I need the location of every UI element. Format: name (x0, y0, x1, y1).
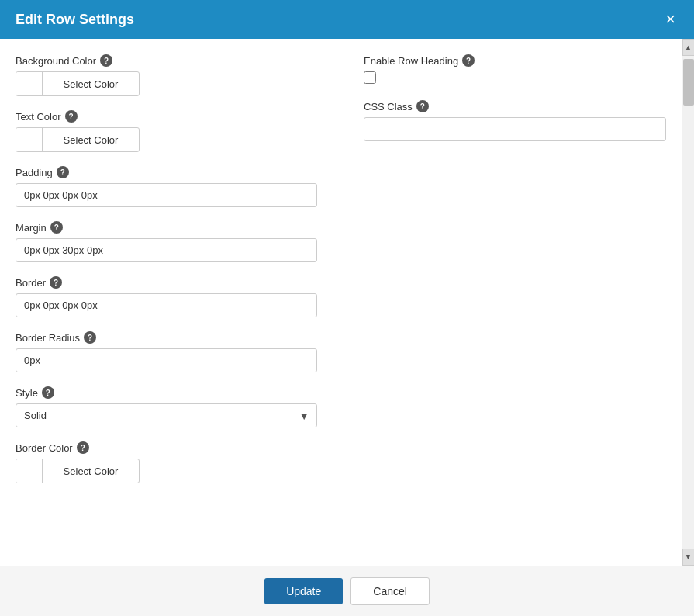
border-radius-group: Border Radius ? (16, 331, 317, 372)
style-select-wrapper: Solid Dashed Dotted Double None ▼ (16, 403, 317, 427)
left-column: Background Color ? Select Color Text Col… (16, 54, 340, 550)
scroll-up-button[interactable]: ▲ (682, 39, 695, 56)
border-radius-input[interactable] (16, 348, 317, 372)
text-color-label: Text Color ? (16, 110, 317, 123)
border-help-icon[interactable]: ? (50, 276, 62, 289)
padding-input[interactable] (16, 183, 317, 207)
text-color-group: Text Color ? Select Color (16, 110, 317, 152)
border-color-help-icon[interactable]: ? (77, 441, 89, 454)
border-color-btn-label: Select Color (43, 462, 139, 481)
background-color-btn-label: Select Color (43, 74, 139, 94)
background-color-label: Background Color ? (16, 54, 317, 67)
border-radius-help-icon[interactable]: ? (84, 331, 96, 344)
text-color-swatch (16, 128, 43, 151)
border-input[interactable] (16, 293, 317, 317)
scrollbar: ▲ ▼ (682, 39, 694, 566)
style-help-icon[interactable]: ? (42, 386, 54, 399)
background-color-group: Background Color ? Select Color (16, 54, 317, 96)
css-class-input[interactable] (364, 117, 666, 141)
style-select[interactable]: Solid Dashed Dotted Double None (16, 403, 317, 427)
margin-input[interactable] (16, 238, 317, 262)
border-group: Border ? (16, 276, 317, 317)
text-color-picker[interactable]: Select Color (16, 127, 140, 152)
enable-row-heading-label: Enable Row Heading ? (364, 54, 666, 67)
scrollable-area: Background Color ? Select Color Text Col… (0, 39, 694, 566)
modal-header: Edit Row Settings × (0, 0, 694, 39)
padding-help-icon[interactable]: ? (57, 166, 69, 178)
border-color-group: Border Color ? Select Color (16, 441, 317, 483)
update-button[interactable]: Update (264, 578, 343, 604)
border-radius-label: Border Radius ? (16, 331, 317, 344)
margin-help-icon[interactable]: ? (50, 221, 63, 234)
background-color-swatch (16, 72, 43, 95)
margin-label: Margin ? (16, 221, 317, 234)
border-color-swatch (16, 459, 43, 483)
edit-row-settings-modal: Edit Row Settings × Background Color ? S… (0, 0, 694, 616)
style-group: Style ? Solid Dashed Dotted Double None … (16, 386, 317, 427)
scroll-thumb[interactable] (683, 59, 694, 106)
modal-close-button[interactable]: × (662, 11, 678, 28)
margin-group: Margin ? (16, 221, 317, 262)
style-label: Style ? (16, 386, 317, 399)
css-class-help-icon[interactable]: ? (416, 100, 429, 112)
background-color-help-icon[interactable]: ? (100, 54, 112, 67)
css-class-label: CSS Class ? (364, 100, 666, 112)
enable-row-heading-group: Enable Row Heading ? (364, 54, 666, 86)
scroll-down-button[interactable]: ▼ (682, 549, 695, 566)
css-class-group: CSS Class ? (364, 100, 666, 141)
cancel-button[interactable]: Cancel (350, 577, 430, 605)
right-column: Enable Row Heading ? CSS Class ? (356, 54, 666, 550)
border-label: Border ? (16, 276, 317, 289)
enable-row-heading-checkbox[interactable] (364, 71, 376, 84)
modal-content-wrap: Background Color ? Select Color Text Col… (0, 39, 694, 566)
text-color-help-icon[interactable]: ? (65, 110, 78, 123)
modal-title: Edit Row Settings (16, 12, 134, 28)
padding-label: Padding ? (16, 166, 317, 178)
modal-footer: Update Cancel (0, 566, 694, 616)
text-color-btn-label: Select Color (43, 130, 139, 150)
border-color-label: Border Color ? (16, 441, 317, 454)
border-color-picker[interactable]: Select Color (16, 459, 140, 483)
background-color-picker[interactable]: Select Color (16, 71, 140, 96)
enable-row-heading-help-icon[interactable]: ? (462, 54, 475, 67)
padding-group: Padding ? (16, 166, 317, 207)
